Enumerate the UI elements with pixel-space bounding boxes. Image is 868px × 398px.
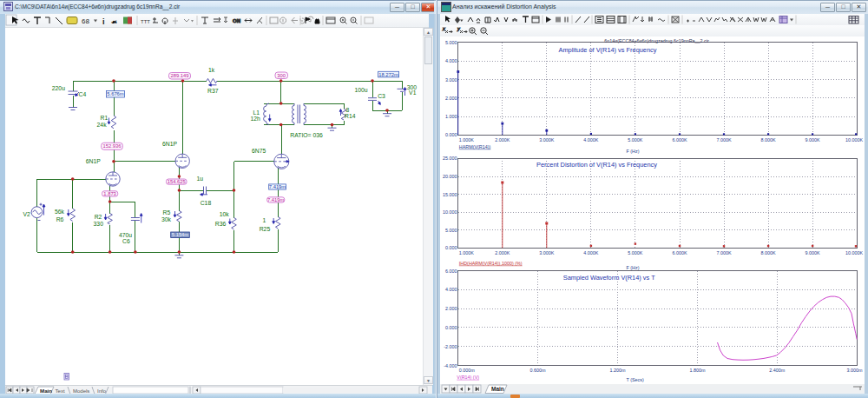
- svg-text:289.149: 289.149: [171, 73, 189, 78]
- svg-text:10k: 10k: [220, 211, 230, 217]
- svg-text:5.000: 5.000: [445, 228, 457, 233]
- svg-text:7.419m: 7.419m: [269, 184, 286, 189]
- svg-text:R6: R6: [56, 216, 64, 222]
- svg-text:0.000m: 0.000m: [459, 368, 475, 373]
- svg-text:154.625: 154.625: [168, 179, 186, 184]
- svg-text:V(R14) (V): V(R14) (V): [457, 375, 479, 380]
- svg-text:Text: Text: [56, 388, 65, 394]
- svg-text:1.000K: 1.000K: [459, 137, 474, 143]
- svg-text:6.000K: 6.000K: [672, 137, 687, 143]
- svg-text:6N75: 6N75: [252, 148, 266, 154]
- svg-text:2.400m: 2.400m: [769, 368, 785, 373]
- svg-text:30k: 30k: [161, 216, 172, 222]
- svg-text:1.000K: 1.000K: [459, 250, 474, 255]
- svg-text:1.200m: 1.200m: [610, 368, 626, 373]
- svg-text:4.000K: 4.000K: [583, 137, 598, 143]
- svg-text:-4.000: -4.000: [444, 363, 457, 368]
- svg-text:4.000: 4.000: [445, 287, 457, 292]
- svg-text:6N1P: 6N1P: [86, 158, 101, 164]
- svg-text:2.000: 2.000: [445, 306, 457, 311]
- svg-text:6.000K: 6.000K: [672, 250, 687, 255]
- svg-text:3.000: 3.000: [445, 77, 457, 83]
- svg-text:7.419m: 7.419m: [267, 197, 285, 202]
- svg-text:8.000K: 8.000K: [761, 137, 776, 143]
- svg-text:1.800m: 1.800m: [689, 368, 705, 373]
- svg-text:5.676m: 5.676m: [107, 91, 124, 96]
- svg-text:HARM(V(R14)): HARM(V(R14)): [459, 144, 491, 149]
- svg-text:18.272m: 18.272m: [378, 72, 398, 77]
- svg-text:x: x: [442, 26, 445, 31]
- svg-text:25.000: 25.000: [443, 156, 457, 161]
- svg-text:TTT: TTT: [141, 19, 150, 24]
- svg-text:Info: Info: [97, 388, 107, 394]
- svg-text:C3: C3: [378, 93, 385, 99]
- svg-text:☙: ☙: [111, 18, 117, 26]
- svg-text:3.000m: 3.000m: [847, 368, 863, 373]
- svg-text:RATIO= 036: RATIO= 036: [290, 132, 323, 138]
- svg-text:10.000: 10.000: [443, 209, 457, 215]
- svg-text:1.873: 1.873: [103, 191, 116, 196]
- svg-text:20.000: 20.000: [443, 174, 457, 179]
- svg-text:4.000: 4.000: [445, 58, 457, 63]
- svg-text:C4: C4: [79, 91, 87, 97]
- svg-text:0.000: 0.000: [445, 132, 457, 137]
- svg-text:R25: R25: [260, 226, 271, 232]
- svg-text:152.936: 152.936: [103, 143, 122, 149]
- svg-text:9.000K: 9.000K: [806, 137, 820, 143]
- svg-text:2.000K: 2.000K: [495, 250, 510, 255]
- svg-text:2.000: 2.000: [445, 96, 457, 101]
- svg-text:68: 68: [82, 17, 89, 25]
- svg-text:1: 1: [263, 217, 266, 223]
- svg-text:1u: 1u: [197, 176, 204, 182]
- svg-text:1.000: 1.000: [445, 114, 457, 119]
- svg-text:ON: ON: [233, 18, 240, 23]
- svg-text:56k: 56k: [55, 209, 65, 215]
- svg-text:IHD(HARM(V(R14)),1000) (%): IHD(HARM(V(R14)),1000) (%): [459, 261, 523, 266]
- svg-text:V1: V1: [409, 90, 417, 96]
- svg-text:Amplitude of V(R14) vs Frequen: Amplitude of V(R14) vs Frequency: [559, 46, 657, 54]
- svg-text:2.000K: 2.000K: [495, 137, 510, 143]
- svg-text:100u: 100u: [354, 87, 367, 93]
- svg-text:6.000: 6.000: [445, 269, 457, 274]
- svg-text:Main: Main: [491, 386, 504, 392]
- svg-text:24k: 24k: [97, 122, 108, 128]
- svg-text:T (Secs): T (Secs): [627, 377, 644, 382]
- svg-text:6N1P: 6N1P: [162, 141, 177, 147]
- svg-text:220u: 220u: [52, 85, 65, 91]
- svg-text:300: 300: [277, 73, 286, 78]
- svg-text:i: i: [102, 17, 105, 26]
- svg-text:F (Hz): F (Hz): [627, 149, 640, 154]
- svg-text:Main: Main: [40, 388, 52, 394]
- svg-text:R37: R37: [207, 88, 219, 94]
- svg-text:3.000K: 3.000K: [539, 137, 554, 143]
- svg-text:8.000K: 8.000K: [761, 250, 776, 255]
- svg-text:R36: R36: [215, 221, 227, 227]
- svg-text:15.000: 15.000: [443, 192, 457, 197]
- svg-text:0.000: 0.000: [445, 325, 457, 330]
- svg-text:C18: C18: [201, 200, 212, 206]
- svg-text:F (Hz): F (Hz): [627, 265, 640, 270]
- svg-text:-2.000: -2.000: [444, 344, 457, 349]
- svg-text:12h: 12h: [251, 116, 261, 122]
- svg-text:10.000K: 10.000K: [845, 137, 863, 143]
- svg-text:1k: 1k: [208, 67, 215, 73]
- svg-text:R2: R2: [95, 214, 102, 220]
- svg-text:3.000K: 3.000K: [539, 250, 554, 255]
- svg-text:5.000: 5.000: [445, 40, 457, 45]
- svg-text:C6: C6: [122, 238, 130, 244]
- svg-text:5.000K: 5.000K: [628, 250, 642, 255]
- svg-text:4.000K: 4.000K: [583, 250, 598, 255]
- svg-text:Sampled Waveform V(R14) vs T: Sampled Waveform V(R14) vs T: [563, 274, 655, 282]
- svg-text:V2: V2: [23, 211, 30, 217]
- svg-text:9.000K: 9.000K: [806, 250, 820, 255]
- svg-text:7.000K: 7.000K: [716, 137, 731, 143]
- svg-text:R14: R14: [345, 113, 356, 119]
- svg-text:Models: Models: [73, 388, 89, 394]
- svg-text:R5: R5: [163, 209, 171, 216]
- svg-text:5.154m: 5.154m: [172, 232, 189, 237]
- svg-text:Percent Distortion of V(R14) v: Percent Distortion of V(R14) vs Frequenc…: [536, 161, 657, 169]
- svg-text:5.000K: 5.000K: [628, 137, 642, 143]
- svg-text:0.000: 0.000: [445, 245, 457, 250]
- svg-text:10.000K: 10.000K: [845, 250, 863, 255]
- svg-text:7.000K: 7.000K: [716, 250, 731, 255]
